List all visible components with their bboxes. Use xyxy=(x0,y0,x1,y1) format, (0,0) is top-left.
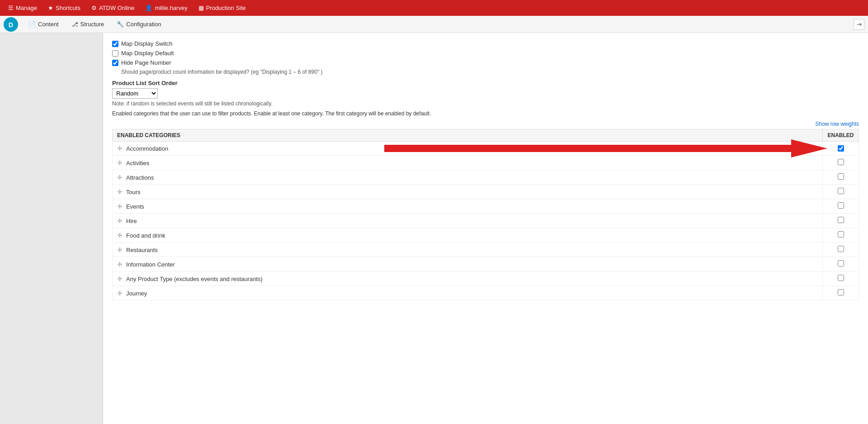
user-icon: 👤 xyxy=(145,5,152,11)
structure-icon: ⎇ xyxy=(71,21,78,28)
hamburger-icon: ☰ xyxy=(8,5,14,11)
table-row: ✛Tours xyxy=(113,185,859,199)
category-name-cell: ✛Tours xyxy=(113,185,823,199)
category-enabled-cell xyxy=(823,228,859,243)
category-name-cell: ✛Information Center xyxy=(113,257,823,272)
map-display-switch-checkbox[interactable] xyxy=(112,41,118,47)
map-display-default-checkbox[interactable] xyxy=(112,50,118,57)
category-name-cell: ✛Journey xyxy=(113,286,823,300)
drag-handle-icon[interactable]: ✛ xyxy=(117,217,123,224)
hide-page-number-checkbox[interactable] xyxy=(112,60,118,66)
atdw-menu[interactable]: ⚙ ATDW Online xyxy=(87,3,139,13)
sort-order-row: Random Alphabetical Date xyxy=(112,88,859,99)
drag-handle-icon[interactable]: ✛ xyxy=(117,159,123,167)
table-row: ✛Activities xyxy=(113,156,859,170)
sort-order-select[interactable]: Random Alphabetical Date xyxy=(112,88,158,99)
category-name-cell: ✛Any Product Type (excludes events and r… xyxy=(113,272,823,286)
category-enabled-cell xyxy=(823,170,859,185)
secondnav: D 📄 Content ⎇ Structure 🔧 Configuration … xyxy=(0,16,868,33)
category-name-cell: ✛Activities xyxy=(113,156,823,170)
table-row: ✛Attractions xyxy=(113,170,859,185)
category-name-cell: ✛Food and drink xyxy=(113,228,823,243)
table-row: ✛Journey xyxy=(113,286,859,300)
category-enabled-cell xyxy=(823,199,859,214)
categories-table: ENABLED CATEGORIES ENABLED ✛Accommodatio… xyxy=(112,129,859,300)
enabled-header: ENABLED xyxy=(823,129,859,142)
drag-handle-icon[interactable]: ✛ xyxy=(117,261,123,268)
production-menu[interactable]: ▦ Production Site xyxy=(194,3,250,13)
topbar: ☰ Manage ★ Shortcuts ⚙ ATDW Online 👤 mil… xyxy=(0,0,868,16)
map-display-switch-row: Map Display Switch xyxy=(112,40,859,47)
content-tab[interactable]: 📄 Content xyxy=(23,18,65,31)
show-row-weights: Show row weights xyxy=(112,120,859,127)
map-display-switch-label: Map Display Switch xyxy=(121,40,172,47)
drag-handle-icon[interactable]: ✛ xyxy=(117,145,123,152)
map-display-default-row: Map Display Default xyxy=(112,50,859,57)
star-icon: ★ xyxy=(48,5,53,11)
events-checkbox[interactable] xyxy=(838,202,844,209)
drag-handle-icon[interactable]: ✛ xyxy=(117,188,123,195)
table-row: ✛Events xyxy=(113,199,859,214)
category-enabled-cell xyxy=(823,142,859,156)
table-row: ✛Hire xyxy=(113,214,859,228)
map-display-default-label: Map Display Default xyxy=(121,50,174,57)
enabled-cats-note: Enabled categories that the user can use… xyxy=(112,110,859,117)
structure-tab[interactable]: ⎇ Structure xyxy=(66,18,110,31)
category-name: Attractions xyxy=(126,174,154,181)
drag-handle-icon[interactable]: ✛ xyxy=(117,290,123,297)
hide-page-number-label: Hide Page Number xyxy=(121,59,171,66)
restaurants-checkbox[interactable] xyxy=(838,246,844,252)
gear-icon: ⚙ xyxy=(91,5,97,11)
food-and-drink-checkbox[interactable] xyxy=(838,231,844,238)
user-menu[interactable]: 👤 millie.harvey xyxy=(141,3,192,13)
category-name: Restaurants xyxy=(126,247,158,253)
attractions-checkbox[interactable] xyxy=(838,173,844,180)
svg-text:D: D xyxy=(9,21,13,28)
any-product-type-(excludes-events-and-restaurants)-checkbox[interactable] xyxy=(838,275,844,281)
accommodation-checkbox[interactable] xyxy=(838,145,844,152)
information-center-checkbox[interactable] xyxy=(838,260,844,267)
journey-checkbox[interactable] xyxy=(838,289,844,295)
category-name: Any Product Type (excludes events and re… xyxy=(126,276,263,282)
category-name-cell: ✛Attractions xyxy=(113,170,823,185)
drag-handle-icon[interactable]: ✛ xyxy=(117,232,123,239)
shortcuts-menu[interactable]: ★ Shortcuts xyxy=(43,3,85,13)
category-name: Information Center xyxy=(126,261,175,268)
manage-menu[interactable]: ☰ Manage xyxy=(4,3,42,13)
grid-icon: ▦ xyxy=(198,5,204,11)
drag-handle-icon[interactable]: ✛ xyxy=(117,174,123,181)
category-enabled-cell xyxy=(823,185,859,199)
main-content: Map Display Switch Map Display Default H… xyxy=(103,33,868,424)
show-row-weights-link[interactable]: Show row weights xyxy=(815,121,859,127)
drag-handle-icon[interactable]: ✛ xyxy=(117,203,123,210)
category-name: Events xyxy=(126,203,144,210)
table-row: ✛Any Product Type (excludes events and r… xyxy=(113,272,859,286)
category-name: Food and drink xyxy=(126,232,165,239)
collapse-button[interactable]: ⇥ xyxy=(854,19,864,30)
categories-header: ENABLED CATEGORIES xyxy=(113,129,823,142)
category-name: Activities xyxy=(126,160,149,167)
hire-checkbox[interactable] xyxy=(838,217,844,223)
sort-order-note: Note: if random is selected events will … xyxy=(112,100,859,107)
category-name-cell: ✛Events xyxy=(113,199,823,214)
category-name: Tours xyxy=(126,189,141,195)
table-row: ✛Food and drink xyxy=(113,228,859,243)
layout: Map Display Switch Map Display Default H… xyxy=(0,33,868,424)
category-enabled-cell xyxy=(823,272,859,286)
hide-page-number-note: Should page/product count information be… xyxy=(121,69,859,75)
category-enabled-cell xyxy=(823,257,859,272)
activities-checkbox[interactable] xyxy=(838,159,844,165)
sidebar xyxy=(0,33,103,424)
category-name: Hire xyxy=(126,218,137,224)
drag-handle-icon[interactable]: ✛ xyxy=(117,246,123,253)
table-row: ✛Accommodation xyxy=(113,142,859,156)
tours-checkbox[interactable] xyxy=(838,188,844,194)
content-icon: 📄 xyxy=(28,21,36,28)
hide-page-number-row: Hide Page Number xyxy=(112,59,859,66)
table-row: ✛Information Center xyxy=(113,257,859,272)
drag-handle-icon[interactable]: ✛ xyxy=(117,275,123,282)
category-enabled-cell xyxy=(823,214,859,228)
category-enabled-cell xyxy=(823,156,859,170)
category-name: Journey xyxy=(126,290,147,297)
configuration-tab[interactable]: 🔧 Configuration xyxy=(111,18,167,31)
